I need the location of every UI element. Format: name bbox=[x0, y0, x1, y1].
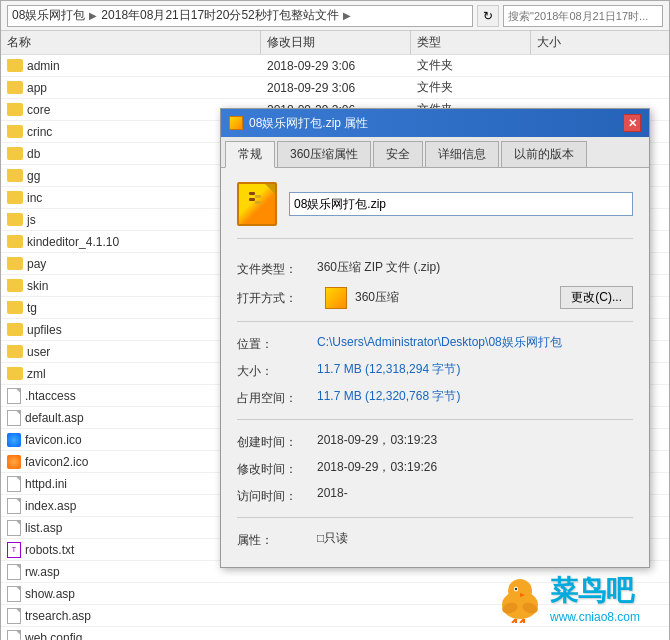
file-list-header: 名称 修改日期 类型 大小 bbox=[1, 31, 669, 55]
prop-value-filetype: 360压缩 ZIP 文件 (.zip) bbox=[317, 259, 633, 276]
col-header-date[interactable]: 修改日期 bbox=[261, 31, 411, 54]
tab-security[interactable]: 安全 bbox=[373, 141, 423, 167]
file-date: 2018-09-29 3:06 bbox=[261, 59, 411, 73]
prop-value-location: C:\Users\Administrator\Desktop\08娱乐网打包 bbox=[317, 334, 633, 351]
breadcrumb-arrow1: ▶ bbox=[89, 10, 97, 21]
tab-previous[interactable]: 以前的版本 bbox=[501, 141, 587, 167]
list-item[interactable]: show.asp bbox=[1, 583, 669, 605]
prop-row-filetype: 文件类型： 360压缩 ZIP 文件 (.zip) bbox=[237, 255, 633, 282]
ico-icon bbox=[7, 433, 21, 447]
folder-icon bbox=[7, 59, 23, 72]
folder-icon bbox=[7, 345, 23, 358]
folder-icon bbox=[7, 367, 23, 380]
svg-rect-0 bbox=[249, 192, 255, 195]
folder-icon bbox=[7, 169, 23, 182]
dialog-close-button[interactable]: ✕ bbox=[623, 114, 641, 132]
open-with-icon bbox=[325, 287, 347, 309]
dialog-title-text: 08娱乐网打包.zip 属性 bbox=[249, 115, 368, 132]
prop-value-openwith: 360压缩 bbox=[355, 289, 552, 306]
prop-value-attr: □只读 bbox=[317, 530, 633, 547]
file-name: web.config bbox=[1, 630, 261, 641]
file-name: show.asp bbox=[1, 586, 261, 602]
folder-icon bbox=[7, 279, 23, 292]
folder-icon bbox=[7, 191, 23, 204]
file-name: app bbox=[1, 81, 261, 95]
prop-row-modified: 修改时间： 2018-09-29，03:19:26 bbox=[237, 455, 633, 482]
prop-label-modified: 修改时间： bbox=[237, 459, 317, 478]
prop-value-disksize: 11.7 MB (12,320,768 字节) bbox=[317, 388, 633, 405]
prop-row-size: 大小： 11.7 MB (12,318,294 字节) bbox=[237, 357, 633, 384]
prop-separator-2 bbox=[237, 419, 633, 420]
txt-icon: T bbox=[7, 542, 21, 558]
dialog-tabs: 常规 360压缩属性 安全 详细信息 以前的版本 bbox=[221, 137, 649, 168]
list-item[interactable]: web.config bbox=[1, 627, 669, 640]
dialog-body: 文件类型： 360压缩 ZIP 文件 (.zip) 打开方式： 360压缩 更改… bbox=[221, 168, 649, 567]
file-type: 文件夹 bbox=[411, 79, 531, 96]
prop-label-location: 位置： bbox=[237, 334, 317, 353]
file-icon bbox=[7, 630, 21, 641]
prop-row-attr: 属性： □只读 bbox=[237, 526, 633, 553]
file-header-section bbox=[237, 182, 633, 239]
file-icon bbox=[7, 498, 21, 514]
ico2-icon bbox=[7, 455, 21, 469]
explorer-toolbar: 08娱乐网打包 ▶ 2018年08月21日17时20分52秒打包整站文件 ▶ ↻ bbox=[1, 1, 669, 31]
dialog-title-left: 08娱乐网打包.zip 属性 bbox=[229, 115, 368, 132]
folder-icon bbox=[7, 213, 23, 226]
folder-icon bbox=[7, 301, 23, 314]
dialog-titlebar: 08娱乐网打包.zip 属性 ✕ bbox=[221, 109, 649, 137]
prop-label-disksize: 占用空间： bbox=[237, 388, 317, 407]
prop-value-size: 11.7 MB (12,318,294 字节) bbox=[317, 361, 633, 378]
list-item[interactable]: app 2018-09-29 3:06 文件夹 bbox=[1, 77, 669, 99]
list-item[interactable]: admin 2018-09-29 3:06 文件夹 bbox=[1, 55, 669, 77]
col-header-name[interactable]: 名称 bbox=[1, 31, 261, 54]
col-header-size[interactable]: 大小 bbox=[531, 31, 669, 54]
prop-row-location: 位置： C:\Users\Administrator\Desktop\08娱乐网… bbox=[237, 330, 633, 357]
folder-icon bbox=[7, 125, 23, 138]
filename-input[interactable] bbox=[289, 192, 633, 216]
big-zip-icon bbox=[237, 182, 277, 226]
tab-general[interactable]: 常规 bbox=[225, 141, 275, 168]
svg-rect-2 bbox=[249, 198, 255, 201]
breadcrumb-part1: 08娱乐网打包 bbox=[12, 7, 85, 24]
prop-value-created: 2018-09-29，03:19:23 bbox=[317, 432, 633, 449]
prop-value-modified: 2018-09-29，03:19:26 bbox=[317, 459, 633, 476]
prop-row-created: 创建时间： 2018-09-29，03:19:23 bbox=[237, 428, 633, 455]
folder-icon bbox=[7, 323, 23, 336]
folder-icon bbox=[7, 257, 23, 270]
file-name: trsearch.asp bbox=[1, 608, 261, 624]
prop-separator-3 bbox=[237, 517, 633, 518]
prop-label-created: 创建时间： bbox=[237, 432, 317, 451]
properties-dialog: 08娱乐网打包.zip 属性 ✕ 常规 360压缩属性 安全 详细信息 以前的版… bbox=[220, 108, 650, 568]
prop-label-size: 大小： bbox=[237, 361, 317, 380]
breadcrumb[interactable]: 08娱乐网打包 ▶ 2018年08月21日17时20分52秒打包整站文件 ▶ bbox=[7, 5, 473, 27]
file-date: 2018-09-29 3:06 bbox=[261, 81, 411, 95]
tab-360[interactable]: 360压缩属性 bbox=[277, 141, 371, 167]
change-button[interactable]: 更改(C)... bbox=[560, 286, 633, 309]
prop-label-attr: 属性： bbox=[237, 530, 317, 549]
search-input[interactable] bbox=[503, 5, 663, 27]
folder-icon bbox=[7, 235, 23, 248]
prop-label-accessed: 访问时间： bbox=[237, 486, 317, 505]
folder-icon bbox=[7, 81, 23, 94]
col-header-type[interactable]: 类型 bbox=[411, 31, 531, 54]
tab-details[interactable]: 详细信息 bbox=[425, 141, 499, 167]
prop-row-disksize: 占用空间： 11.7 MB (12,320,768 字节) bbox=[237, 384, 633, 411]
folder-icon bbox=[7, 103, 23, 116]
list-item[interactable]: trsearch.asp bbox=[1, 605, 669, 627]
svg-rect-3 bbox=[255, 201, 261, 204]
file-icon bbox=[7, 586, 21, 602]
prop-row-openwith: 打开方式： 360压缩 更改(C)... bbox=[237, 282, 633, 313]
dialog-zip-icon bbox=[229, 116, 243, 130]
svg-rect-1 bbox=[255, 195, 261, 198]
prop-label-openwith: 打开方式： bbox=[237, 288, 317, 307]
breadcrumb-arrow2: ▶ bbox=[343, 10, 351, 21]
prop-label-filetype: 文件类型： bbox=[237, 259, 317, 278]
file-name: admin bbox=[1, 59, 261, 73]
file-icon bbox=[7, 520, 21, 536]
prop-row-accessed: 访问时间： 2018- bbox=[237, 482, 633, 509]
refresh-button[interactable]: ↻ bbox=[477, 5, 499, 27]
file-icon bbox=[7, 564, 21, 580]
prop-value-accessed: 2018- bbox=[317, 486, 633, 500]
file-icon bbox=[7, 476, 21, 492]
file-type: 文件夹 bbox=[411, 57, 531, 74]
